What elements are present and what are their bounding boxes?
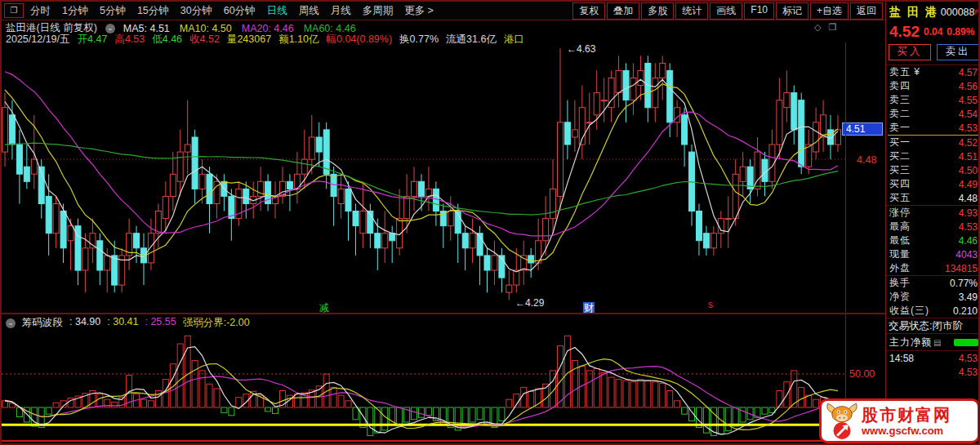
ask-label: 卖三 bbox=[889, 93, 911, 107]
toolbar-button-0[interactable]: 复权 bbox=[572, 2, 605, 20]
stat-label: 外盘 bbox=[889, 261, 911, 275]
bid-price: 4.51 bbox=[959, 151, 978, 162]
stat-label: 收益(三) bbox=[889, 304, 929, 318]
sell-button[interactable]: 卖出 bbox=[937, 44, 979, 60]
sub-indicator-chart[interactable] bbox=[2, 329, 845, 440]
buy-button[interactable]: 买入 bbox=[889, 44, 931, 60]
bid-levels: 买一4.52买二4.51买三4.50买四4.49买五4.48 bbox=[886, 136, 980, 206]
ref-price-label: 4.48 bbox=[857, 154, 876, 166]
stat-label: 涨停 bbox=[889, 206, 911, 220]
stat-row-换手: 换手0.77% bbox=[886, 276, 980, 290]
nav-item-6[interactable]: 日线 bbox=[267, 4, 287, 18]
nav-item-7[interactable]: 周线 bbox=[299, 4, 319, 18]
stat-row-净资: 净资3.49 bbox=[886, 290, 980, 304]
stat-row-涨停: 涨停4.93 bbox=[886, 206, 980, 220]
indicator-level-label: 50.00 bbox=[849, 368, 875, 380]
nav-item-1[interactable]: 1分钟 bbox=[62, 4, 88, 18]
bid-row-2[interactable]: 买二4.51 bbox=[886, 149, 980, 163]
ask-price: 4.55 bbox=[959, 95, 978, 106]
nav-item-0[interactable]: 分时 bbox=[30, 4, 51, 18]
nav-item-9[interactable]: 多周期 bbox=[363, 4, 394, 18]
indicator-name: 筹码波段 bbox=[22, 316, 63, 330]
panel-separator bbox=[2, 313, 885, 314]
indicator-values: : 34.90: 30.41: 25.55强弱分界:-2.00 bbox=[69, 316, 250, 330]
watermark-url: www.gscfw.com bbox=[862, 425, 951, 437]
nav-item-10[interactable]: 更多 > bbox=[404, 4, 434, 18]
toolbar-button-6[interactable]: 标记 bbox=[776, 2, 808, 20]
ask-price: 4.53 bbox=[959, 122, 978, 134]
bid-price: 4.49 bbox=[959, 179, 978, 190]
bid-label: 买二 bbox=[889, 149, 911, 163]
low-annotation: ←4.29 bbox=[515, 297, 544, 309]
indicator-collapse-icon[interactable]: ⌄ bbox=[6, 318, 16, 328]
stat-label: 换手 bbox=[889, 276, 911, 290]
bid-label: 买三 bbox=[889, 163, 911, 177]
stat-value: 0.210 bbox=[953, 305, 978, 317]
watermark-site-name: 股市财富网 bbox=[862, 405, 951, 425]
stats-block-2: 换手0.77%净资3.49收益(三)0.210 bbox=[886, 276, 980, 318]
price-change: 0.04 bbox=[924, 26, 942, 38]
stat-value: 4.93 bbox=[959, 207, 978, 219]
list-icon[interactable]: ▤ bbox=[933, 338, 941, 347]
stat-label: 净资 bbox=[889, 290, 911, 304]
stat-label: 最高 bbox=[889, 220, 911, 234]
chart-corner-icons: ◇❐ bbox=[814, 22, 836, 33]
nav-item-8[interactable]: 月线 bbox=[331, 4, 351, 18]
bid-label: 买五 bbox=[889, 191, 911, 205]
stat-row-最高: 最高4.53 bbox=[886, 220, 980, 234]
bid-row-4[interactable]: 买四4.49 bbox=[886, 177, 980, 191]
ask-row-2[interactable]: 卖二4.54 bbox=[886, 107, 980, 121]
panes-icon[interactable]: ❐ bbox=[828, 22, 836, 33]
collapse-chevron-icon[interactable]: ⌄ bbox=[105, 24, 115, 33]
ask-price: 4.54 bbox=[959, 109, 978, 120]
toolbar-button-3[interactable]: 统计 bbox=[675, 2, 708, 20]
main-candlestick-chart[interactable]: ←4.63 ←4.29 减财s bbox=[2, 42, 845, 313]
ask-row-1[interactable]: 卖一4.53 bbox=[886, 121, 980, 135]
main-net-row: 主力净额 ▤ bbox=[886, 334, 980, 351]
toolbar-button-4[interactable]: 画线 bbox=[710, 2, 742, 20]
stock-name: 盐 田 港 bbox=[889, 5, 938, 20]
stat-row-外盘: 外盘134815 bbox=[886, 261, 980, 275]
ask-price: 4.56 bbox=[959, 81, 978, 92]
toolbar-button-1[interactable]: 叠加 bbox=[607, 2, 639, 20]
price-change-pct: 0.89% bbox=[947, 26, 974, 38]
stat-row-收益(三): 收益(三)0.210 bbox=[886, 304, 980, 318]
toolbar-button-2[interactable]: 多股 bbox=[641, 2, 674, 20]
nav-item-4[interactable]: 30分钟 bbox=[180, 4, 212, 18]
toolbar-button-7[interactable]: +自选 bbox=[810, 2, 849, 20]
stat-value: 4.53 bbox=[959, 221, 978, 233]
period-nav: 分时1分钟5分钟15分钟30分钟60分钟日线周线月线多周期更多 > bbox=[30, 4, 434, 18]
diamond-icon[interactable]: ◇ bbox=[814, 22, 821, 33]
last-price: 4.52 bbox=[889, 23, 920, 41]
bid-row-1[interactable]: 买一4.52 bbox=[886, 136, 980, 149]
nav-item-5[interactable]: 60分钟 bbox=[224, 4, 256, 18]
ask-row-3[interactable]: 卖三4.55 bbox=[886, 93, 980, 107]
tick-time: 14:58 bbox=[889, 353, 914, 364]
stat-label: 最低 bbox=[889, 234, 911, 247]
watermark-text: 股市财富网 www.gscfw.com bbox=[862, 405, 951, 437]
stock-code: 000088 bbox=[941, 7, 975, 18]
ask-row-4[interactable]: 卖四4.56 bbox=[886, 79, 980, 93]
nav-item-2[interactable]: 5分钟 bbox=[100, 4, 126, 18]
bid-label: 买四 bbox=[889, 177, 911, 191]
stat-value: 0.77% bbox=[950, 278, 978, 289]
nav-item-3[interactable]: 15分钟 bbox=[137, 4, 169, 18]
stats-block-1: 涨停4.93最高4.53最低4.46现量4043外盘134815 bbox=[886, 206, 980, 276]
bid-label: 买一 bbox=[889, 136, 911, 149]
watermark-badge: 股市财富网 www.gscfw.com bbox=[819, 398, 980, 443]
layout-panes-icon[interactable]: ❐ bbox=[4, 3, 24, 18]
stat-row-最低: 最低4.46 bbox=[886, 234, 980, 247]
toolbar-buttons: 复权叠加多股统计画线F10标记+自选返回 bbox=[571, 2, 883, 20]
trade-buttons: 买入 卖出 bbox=[886, 42, 980, 65]
toolbar-button-5[interactable]: F10 bbox=[744, 2, 774, 20]
ask-row-5[interactable]: 卖五 ¥4.57 bbox=[886, 65, 980, 79]
toolbar-button-8[interactable]: 返回 bbox=[850, 2, 883, 20]
bid-row-5[interactable]: 买五4.48 bbox=[886, 191, 980, 205]
ask-price: 4.57 bbox=[959, 67, 978, 78]
ask-label: 卖五 ¥ bbox=[889, 65, 920, 79]
tick-row-0: 14:584.53 bbox=[886, 351, 980, 365]
stock-flag: R bbox=[975, 8, 980, 16]
candlestick-canvas bbox=[2, 42, 845, 313]
stock-title: 盐 田 港 000088 R bbox=[886, 2, 980, 21]
bid-row-3[interactable]: 买三4.50 bbox=[886, 163, 980, 177]
